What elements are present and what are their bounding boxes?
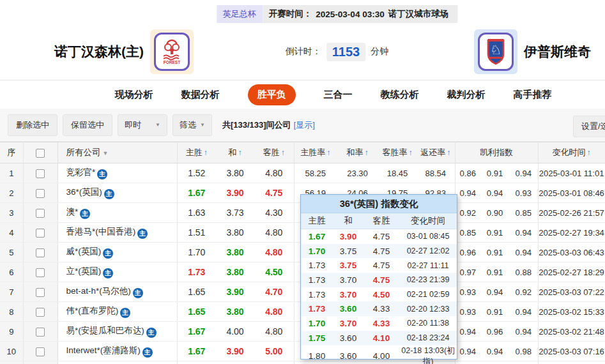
settings-select-button[interactable]: 设置/选择 (573, 116, 605, 137)
row-checkbox[interactable] (36, 189, 45, 198)
odds-home-cell[interactable]: 1.67 (177, 183, 216, 203)
row-checkbox[interactable] (36, 209, 45, 218)
keep-selected-button[interactable]: 保留选中 (63, 114, 112, 136)
row-checkbox-cell[interactable] (23, 342, 57, 361)
row-checkbox-cell[interactable] (23, 163, 57, 183)
row-checkbox[interactable] (36, 288, 45, 297)
tab-referee-analysis[interactable]: 裁判分析 (447, 89, 486, 101)
odds-home-cell[interactable]: 1.65 (177, 302, 216, 322)
odds-home-cell[interactable]: 1.51 (177, 223, 216, 243)
kelly-cell: 0.91 (480, 163, 509, 183)
odds-draw-cell[interactable]: 3.80 (216, 223, 254, 243)
odds-draw-cell[interactable]: 3.80 (216, 262, 254, 282)
company-cell[interactable]: 伟*(直布罗陀)主 (57, 302, 177, 322)
row-checkbox-cell[interactable] (23, 302, 57, 322)
row-checkbox-cell[interactable] (23, 243, 57, 262)
row-checkbox-cell[interactable] (23, 322, 57, 342)
company-cell[interactable]: 澳*主 (57, 203, 177, 223)
odds-home-cell[interactable]: 1.67 (177, 342, 216, 361)
odds-away-cell[interactable]: 4.80 (254, 322, 294, 342)
row-checkbox-cell[interactable] (23, 262, 57, 282)
odds-home-cell[interactable]: 1.67 (177, 322, 216, 342)
company-cell[interactable]: 威*(英国)主 (57, 243, 177, 262)
col-header-away-win[interactable]: 客胜↑ (254, 142, 294, 163)
odds-away-cell[interactable]: 4.80 (254, 302, 294, 322)
tab-data-analysis[interactable]: 数据分析 (181, 89, 220, 101)
odds-home-cell[interactable]: 1.70 (177, 243, 216, 262)
col-header-draw[interactable]: 和↑ (216, 142, 254, 163)
odds-draw-cell[interactable]: 3.73 (216, 203, 254, 223)
col-header-change-time[interactable]: 变化时间↑ (538, 142, 605, 163)
col-header-home-win[interactable]: 主胜↑ (177, 142, 216, 163)
row-checkbox-cell[interactable] (23, 223, 57, 243)
row-index: 1 (0, 163, 23, 183)
odds-away-cell[interactable]: 4.50 (254, 262, 294, 282)
tab-live-analysis[interactable]: 现场分析 (115, 89, 153, 101)
company-cell[interactable]: Interwet*(塞浦路斯)主 (57, 342, 177, 361)
row-checkbox[interactable] (36, 347, 45, 356)
popup-change-time: 02-18 23:24 (399, 333, 457, 342)
sort-up-icon: ↑ (204, 148, 208, 157)
row-checkbox[interactable] (36, 169, 45, 178)
odds-draw-cell[interactable]: 3.80 (216, 163, 254, 183)
company-cell[interactable]: 立*(英国)主 (57, 262, 177, 282)
kelly-cell: 0.94 (455, 342, 480, 361)
instant-dropdown[interactable]: 即时 ▼ (118, 114, 167, 136)
col-header-away-rate[interactable]: 客胜率↑ (378, 142, 417, 163)
company-cell[interactable]: 竞彩官*主 (57, 163, 177, 183)
odds-away-cell[interactable]: 4.70 (254, 282, 294, 302)
col-header-return-rate[interactable]: 返还率↑ (417, 142, 455, 163)
col-header-draw-rate[interactable]: 和率↑ (337, 142, 378, 163)
select-all-cell[interactable] (23, 142, 57, 163)
odds-draw-cell[interactable]: 3.90 (216, 282, 254, 302)
col-header-home-rate[interactable]: 主胜率↑ (294, 142, 337, 163)
tab-expert-picks[interactable]: 高手推荐 (514, 89, 552, 101)
row-index: 3 (0, 203, 23, 223)
odds-draw-cell[interactable]: 4.00 (216, 322, 254, 342)
col-header-company[interactable]: 所有公司▼ (57, 142, 177, 163)
odds-home-cell[interactable]: 1.63 (177, 203, 216, 223)
tab-win-draw-lose[interactable]: 胜平负 (248, 84, 296, 105)
tab-coach-analysis[interactable]: 教练分析 (381, 89, 419, 101)
row-checkbox[interactable] (36, 268, 45, 277)
home-team: 诺丁汉森林(主) FOREST (54, 23, 194, 80)
row-checkbox[interactable] (36, 308, 45, 317)
odds-away-cell[interactable]: 5.00 (254, 342, 294, 361)
popup-history-row: 1.703.754.7502-27 12:02 (301, 244, 457, 259)
kelly-cell: 0.91 (480, 243, 509, 262)
odds-draw-cell[interactable]: 3.90 (216, 183, 254, 203)
row-checkbox-cell[interactable] (23, 183, 57, 203)
odds-home-cell[interactable]: 1.73 (177, 262, 216, 282)
odds-away-cell[interactable]: 4.80 (254, 163, 294, 183)
countdown-value: 1153 (326, 43, 365, 61)
odds-draw-cell[interactable]: 3.90 (216, 342, 254, 361)
odds-draw-cell[interactable]: 3.80 (216, 243, 254, 262)
popup-odds-value: 4.75 (364, 232, 399, 241)
popup-odds-value: 1.67 (301, 232, 333, 241)
odds-home-cell[interactable]: 1.65 (177, 282, 216, 302)
venue: 诺丁汉城市球场 (388, 8, 449, 20)
odds-away-cell[interactable]: 4.75 (254, 183, 294, 203)
row-checkbox-cell[interactable] (23, 203, 57, 223)
popup-history-row: 1.733.754.7502-27 11:11 (301, 258, 457, 273)
tab-three-in-one[interactable]: 三合一 (324, 89, 353, 101)
row-index: 9 (0, 322, 23, 342)
company-cell[interactable]: bet-at-h*(马尔他)主 (57, 282, 177, 302)
company-cell[interactable]: 易*(安提瓜和巴布达)主 (57, 322, 177, 342)
company-cell[interactable]: 36*(英国)主 (57, 183, 177, 203)
popup-change-time: 02-27 11:11 (399, 261, 457, 270)
show-link[interactable]: [显示] (294, 120, 315, 130)
select-all-checkbox[interactable] (36, 149, 45, 158)
odds-away-cell[interactable]: 4.80 (254, 223, 294, 243)
company-cell[interactable]: 香港马*(中国香港)主 (57, 223, 177, 243)
row-checkbox[interactable] (36, 229, 45, 238)
row-checkbox-cell[interactable] (23, 282, 57, 302)
odds-away-cell[interactable]: 4.30 (254, 203, 294, 223)
row-checkbox[interactable] (36, 248, 45, 257)
filter-dropdown[interactable]: 筛选 ▼ (172, 114, 212, 136)
odds-home-cell[interactable]: 1.52 (177, 163, 216, 183)
row-checkbox[interactable] (36, 328, 45, 337)
delete-selected-button[interactable]: 删除选中 (8, 114, 57, 136)
odds-away-cell[interactable]: 4.80 (254, 243, 294, 262)
odds-draw-cell[interactable]: 3.80 (216, 302, 254, 322)
